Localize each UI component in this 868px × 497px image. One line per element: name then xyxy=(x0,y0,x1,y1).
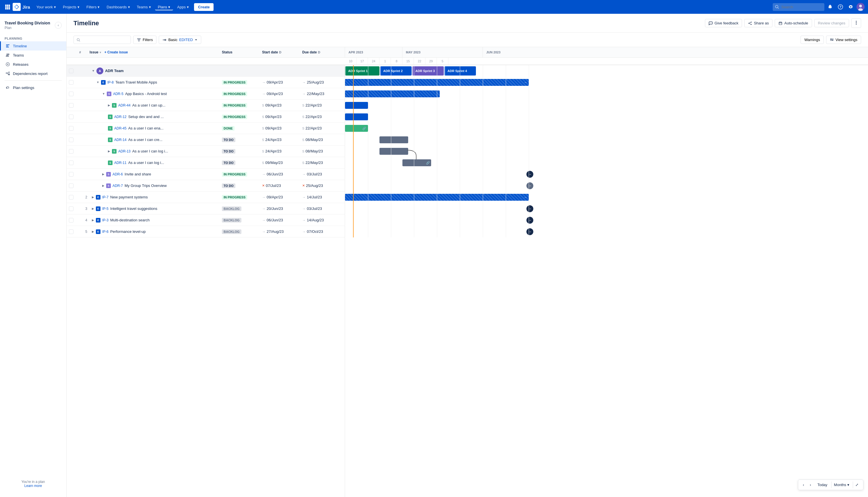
more-icon xyxy=(854,20,858,25)
nav-projects[interactable]: Projects ▾ xyxy=(60,4,82,10)
issue-key[interactable]: IP-3 xyxy=(102,218,108,222)
row-checkbox[interactable] xyxy=(69,138,73,142)
table-row: 3 ▶ E IP-5 Intelligent travel suggestion… xyxy=(67,203,345,214)
search-box[interactable] xyxy=(73,36,131,44)
issue-key[interactable]: IP-8 xyxy=(107,81,114,84)
ip5-scroll-right[interactable]: → xyxy=(526,205,533,212)
expand-toggle[interactable]: ▶ xyxy=(92,207,94,210)
issue-key[interactable]: ADR-12 xyxy=(114,115,127,119)
expand-toggle[interactable]: ▶ xyxy=(92,230,94,233)
issue-key[interactable]: IP-6 xyxy=(102,230,108,234)
gantt-bar-ip8[interactable]: → xyxy=(345,79,529,86)
row-checkbox[interactable] xyxy=(69,126,73,131)
sidebar-item-timeline[interactable]: Timeline xyxy=(0,41,66,51)
expand-toggle[interactable]: ▶ xyxy=(102,184,104,187)
warnings-button[interactable]: Warnings xyxy=(800,36,824,44)
issue-key[interactable]: ADR-6 xyxy=(113,172,123,176)
notifications-button[interactable] xyxy=(825,2,835,12)
gantt-bar-adr13[interactable] xyxy=(379,148,408,155)
learn-more-link[interactable]: Learn more xyxy=(25,484,42,488)
nav-plans[interactable]: Plans ▾ xyxy=(155,4,173,10)
gantt-bar-adr5[interactable] xyxy=(345,90,440,97)
sidebar-item-teams[interactable]: Teams xyxy=(0,51,66,60)
gantt-bar-adr12[interactable] xyxy=(345,113,368,120)
gantt-bar-adr45[interactable]: 🔗 xyxy=(345,125,368,132)
expand-toggle[interactable]: ▶ xyxy=(108,150,110,153)
row-checkbox[interactable] xyxy=(69,218,73,223)
user-avatar[interactable] xyxy=(856,3,865,11)
row-checkbox[interactable] xyxy=(69,229,73,234)
gantt-today-button[interactable]: Today xyxy=(815,482,830,488)
issue-key[interactable]: ADR-14 xyxy=(114,138,127,142)
expand-toggle[interactable]: ▼ xyxy=(92,69,95,72)
ip6-scroll-right[interactable]: → xyxy=(526,228,533,235)
row-checkbox[interactable] xyxy=(69,149,73,154)
sidebar-item-dependencies[interactable]: Dependencies report xyxy=(0,69,66,78)
nav-your-work[interactable]: Your work ▾ xyxy=(33,4,59,10)
nav-filters[interactable]: Filters ▾ xyxy=(84,4,102,10)
share-as-button[interactable]: Share as xyxy=(744,19,772,27)
sprint-bar-1[interactable]: ADR Sprint 1 xyxy=(345,66,379,75)
timeline-search-input[interactable] xyxy=(82,38,128,42)
row-checkbox[interactable] xyxy=(69,207,73,211)
sidebar-collapse-button[interactable]: ‹ xyxy=(55,22,62,29)
row-checkbox[interactable] xyxy=(69,195,73,200)
auto-schedule-button[interactable]: Auto-schedule xyxy=(775,19,812,27)
scroll-right-button[interactable]: → xyxy=(526,171,533,178)
issue-key[interactable]: ADR-5 xyxy=(113,92,124,96)
gantt-bar-adr11[interactable]: 🔗 xyxy=(402,159,431,166)
scroll-right-button-2[interactable]: → xyxy=(526,182,533,189)
issue-key[interactable]: ADR-7 xyxy=(113,184,123,188)
expand-toggle[interactable]: ▶ xyxy=(92,196,94,199)
row-checkbox[interactable] xyxy=(69,69,73,73)
gantt-next-button[interactable]: › xyxy=(807,482,813,488)
give-feedback-button[interactable]: Give feedback xyxy=(705,19,742,27)
row-checkbox[interactable] xyxy=(69,103,73,108)
ip3-scroll-right[interactable]: → xyxy=(526,217,533,224)
search-input[interactable] xyxy=(773,3,824,11)
gantt-prev-button[interactable]: ‹ xyxy=(800,482,806,488)
view-settings-button[interactable]: View settings xyxy=(826,36,861,44)
help-button[interactable]: ? xyxy=(836,2,845,12)
row-checkbox[interactable] xyxy=(69,80,73,85)
settings-button[interactable] xyxy=(846,2,855,12)
row-checkbox[interactable] xyxy=(69,91,73,96)
sprint-bar-3[interactable]: ADR Sprint 3 xyxy=(412,66,444,75)
issue-key[interactable]: IP-5 xyxy=(102,207,108,211)
more-options-button[interactable] xyxy=(851,18,861,28)
expand-toggle[interactable]: ▶ xyxy=(108,104,110,107)
expand-toggle[interactable]: ▼ xyxy=(102,92,105,95)
create-issue-button[interactable]: + Create issue xyxy=(104,50,128,54)
issue-key[interactable]: ADR-44 xyxy=(118,103,131,108)
sidebar-item-releases[interactable]: Releases xyxy=(0,60,66,69)
review-changes-button[interactable]: Review changes xyxy=(814,19,849,27)
sidebar-item-plan-settings[interactable]: Plan settings xyxy=(0,83,66,92)
sprint-bar-2[interactable]: ADR Sprint 2 xyxy=(380,66,411,75)
issue-key[interactable]: ADR-11 xyxy=(114,161,127,165)
gantt-bar-adr14[interactable] xyxy=(379,137,408,143)
grid-menu-button[interactable] xyxy=(3,3,12,11)
gantt-months-dropdown[interactable]: Months ▾ xyxy=(831,482,852,488)
row-checkbox[interactable] xyxy=(69,160,73,165)
issue-key[interactable]: IP-7 xyxy=(102,195,108,199)
issue-key[interactable]: ADR-45 xyxy=(114,126,127,130)
row-checkbox[interactable] xyxy=(69,115,73,119)
create-button[interactable]: Create xyxy=(194,3,214,11)
app-logo[interactable]: Jira xyxy=(13,3,30,11)
basic-button[interactable]: Basic EDITED xyxy=(159,36,201,44)
nav-teams[interactable]: Teams ▾ xyxy=(134,4,154,10)
gantt-expand-button[interactable]: ⤢ xyxy=(853,482,861,488)
nav-apps[interactable]: Apps ▾ xyxy=(174,4,192,10)
row-checkbox[interactable] xyxy=(69,183,73,188)
gantt-bar-adr44[interactable] xyxy=(345,102,368,109)
nav-dashboards[interactable]: Dashboards ▾ xyxy=(104,4,133,10)
expand-toggle[interactable]: ▼ xyxy=(97,81,99,84)
sprint-bar-4[interactable]: ADR Sprint 4 xyxy=(444,66,476,75)
gantt-bar-ip7[interactable]: → xyxy=(345,194,529,201)
row-checkbox[interactable] xyxy=(69,172,73,176)
expand-toggle[interactable]: ▶ xyxy=(92,218,94,222)
issue-key[interactable]: ADR-13 xyxy=(118,149,131,153)
filters-button[interactable]: Filters xyxy=(133,36,156,44)
expand-toggle[interactable]: ▶ xyxy=(102,173,104,176)
issue-col-sort[interactable]: Issue ▾ + Create issue xyxy=(89,50,222,54)
